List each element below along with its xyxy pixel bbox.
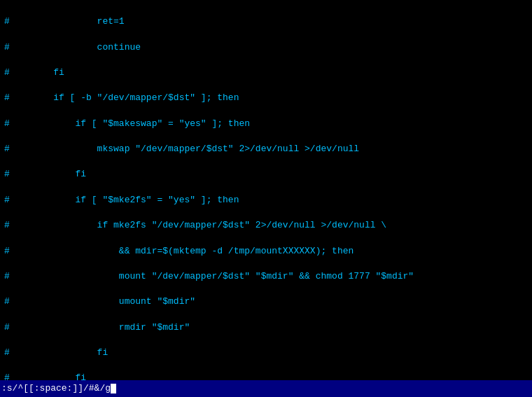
code-line-1: # ret=1: [4, 15, 528, 28]
code-line-11: # mount "/dev/mapper/$dst" "$mdir" && ch…: [4, 270, 528, 283]
code-line-10: # && mdir=$(mktemp -d /tmp/mountXXXXXX);…: [4, 245, 528, 258]
code-line-6: # mkswap "/dev/mapper/$dst" 2>/dev/null …: [4, 143, 528, 155]
code-editor: # ret=1 # continue # fi # if [ -b "/dev/…: [0, 0, 532, 380]
command-text: :s/^[[:space:]]/#&/g: [1, 382, 111, 395]
code-line-5: # if [ "$makeswap" = "yes" ]; then: [4, 118, 528, 130]
code-line-13: # rmdir "$mdir": [4, 321, 528, 334]
code-line-9: # if mke2fs "/dev/mapper/$dst" 2>/dev/nu…: [4, 219, 528, 232]
code-line-14: # fi: [4, 347, 528, 359]
code-line-15: # fi: [4, 372, 528, 380]
code-line-8: # if [ "$mke2fs" = "yes" ]; then: [4, 194, 528, 207]
code-line-12: # umount "$mdir": [4, 295, 528, 308]
code-line-2: # continue: [4, 41, 528, 54]
code-line-7: # fi: [4, 168, 528, 181]
command-line[interactable]: :s/^[[:space:]]/#&/g: [0, 380, 532, 397]
code-line-4: # if [ -b "/dev/mapper/$dst" ]; then: [4, 92, 528, 104]
cursor: [111, 384, 116, 393]
code-line-3: # fi: [4, 67, 528, 79]
